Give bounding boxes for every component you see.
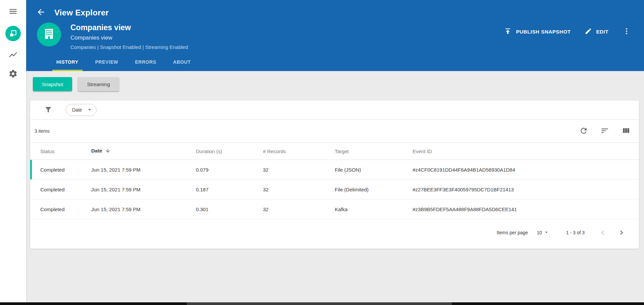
cell-duration: 0.187 (196, 180, 263, 199)
table-row[interactable]: Completed Jun 15, 2021 7:59 PM 0.079 32 … (30, 160, 639, 180)
settings-gear-icon[interactable] (8, 69, 18, 79)
refresh-icon[interactable] (579, 126, 588, 136)
col-target[interactable]: Target (335, 143, 413, 160)
views-icon[interactable] (5, 26, 21, 41)
sort-icon[interactable] (600, 126, 609, 136)
snapshot-toggle[interactable]: Snapshot (33, 77, 72, 91)
history-card: Date 3 items (30, 101, 639, 249)
table-row[interactable]: Completed Jun 15, 2021 7:59 PM 0.187 32 … (30, 180, 639, 199)
cell-target: File (JSON) (335, 160, 413, 180)
menu-icon[interactable] (8, 7, 18, 17)
col-duration[interactable]: Duration (s) (196, 143, 263, 160)
cell-duration: 0.079 (196, 160, 263, 180)
filter-bar: Date (30, 101, 639, 119)
app-root: View Explorer (0, 0, 644, 302)
cell-status: Completed (30, 180, 91, 199)
cell-target: File (Delimited) (335, 180, 413, 199)
cell-records: 32 (263, 199, 335, 219)
tab-preview[interactable]: PREVIEW (91, 59, 122, 71)
pagination-bar: Items per page 10 1 - 3 of 3 (30, 219, 639, 249)
cell-event-id: #z3B9B5FDEF5AA488F9A88FDA5D6CEE141 (413, 199, 639, 219)
publish-snapshot-button[interactable]: PUBLISH SNAPSHOT (504, 27, 571, 36)
cell-event-id: #z4CF0C8191DD44F6A94B1AD58930A1D84 (413, 160, 639, 180)
items-bar: 3 items (30, 120, 639, 142)
edit-pencil-icon (585, 27, 592, 36)
page-size-value: 10 (537, 230, 542, 235)
app-bar: View Explorer (26, 0, 644, 71)
content-area: Snapshot Streaming Date (26, 71, 644, 302)
cell-records: 32 (263, 180, 335, 199)
cell-date: Jun 15, 2021 7:59 PM (91, 180, 196, 199)
chevron-down-icon (543, 229, 549, 236)
view-header-row: Companies view Companies view Companies … (26, 19, 644, 50)
col-date[interactable]: Date (91, 143, 196, 160)
tab-bar: HISTORY PREVIEW ERRORS ABOUT (26, 50, 644, 71)
cell-records: 32 (263, 160, 335, 180)
view-avatar (37, 22, 61, 47)
mode-toggles: Snapshot Streaming (26, 77, 644, 91)
chevron-down-icon (86, 106, 93, 114)
back-arrow-icon[interactable] (36, 7, 46, 18)
page-title: View Explorer (54, 8, 109, 17)
columns-icon[interactable] (622, 126, 630, 136)
building-icon (42, 27, 56, 42)
cell-date: Jun 15, 2021 7:59 PM (91, 160, 196, 180)
items-count: 3 items (35, 128, 50, 134)
tab-about[interactable]: ABOUT (169, 59, 195, 71)
chevron-left-icon[interactable] (598, 228, 607, 237)
publish-icon (504, 27, 512, 36)
table-header-row: Status Date Duration (s) # Records Targe… (30, 143, 639, 160)
filter-funnel-icon[interactable] (44, 106, 52, 115)
cell-duration: 0.301 (196, 199, 263, 219)
col-records[interactable]: # Records (263, 143, 335, 160)
edit-button[interactable]: EDIT (585, 27, 608, 36)
tab-history[interactable]: HISTORY (52, 59, 83, 71)
tab-errors[interactable]: ERRORS (131, 59, 160, 71)
kebab-menu-icon[interactable] (623, 27, 631, 36)
col-status[interactable]: Status (30, 143, 91, 160)
table-toolbar-icons (579, 126, 630, 136)
edit-label: EDIT (596, 29, 608, 35)
table-row[interactable]: Completed Jun 15, 2021 7:59 PM 0.301 32 … (30, 199, 639, 219)
view-titles: Companies view Companies view Companies … (70, 22, 188, 50)
scrollbar-thumb[interactable] (187, 302, 452, 305)
cell-date: Jun 15, 2021 7:59 PM (91, 199, 196, 219)
horizontal-scrollbar[interactable] (0, 302, 644, 305)
cell-status: Completed (30, 199, 91, 219)
header-actions: PUBLISH SNAPSHOT EDIT (504, 22, 631, 36)
view-subtitle: Companies view (70, 35, 188, 41)
col-event-id[interactable]: Event ID (413, 143, 639, 160)
date-filter-chip[interactable]: Date (66, 104, 97, 116)
cell-target: Kafka (335, 199, 413, 219)
items-per-page-label: Items per page (497, 230, 528, 235)
date-filter-label: Date (72, 107, 82, 113)
streaming-toggle[interactable]: Streaming (78, 77, 119, 91)
history-table: Status Date Duration (s) # Records Targe… (30, 142, 639, 219)
cell-event-id: #z27BEE3FF3E3F40059795DC7D1BF21413 (413, 180, 639, 199)
app-bar-title-row: View Explorer (26, 0, 644, 19)
publish-label: PUBLISH SNAPSHOT (516, 29, 571, 35)
sidebar (0, 0, 26, 302)
page-size-select[interactable]: 10 (537, 229, 549, 236)
page-range: 1 - 3 of 3 (566, 230, 585, 235)
view-title: Companies view (70, 23, 188, 32)
chevron-right-icon[interactable] (617, 228, 626, 237)
sort-desc-arrow-icon (105, 148, 111, 155)
chart-icon[interactable] (8, 50, 18, 60)
view-meta: Companies | Snapshot Enabled | Streaming… (70, 44, 188, 50)
main-column: View Explorer (26, 0, 644, 302)
cell-status: Completed (30, 160, 91, 180)
col-date-label: Date (91, 148, 102, 154)
